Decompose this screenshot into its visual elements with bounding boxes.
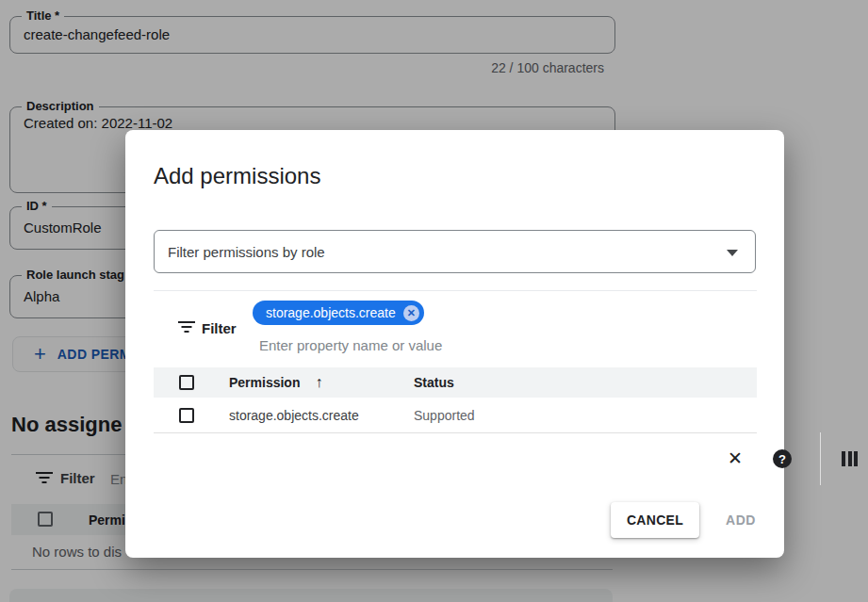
modal-filter-input[interactable]: Enter property name or value bbox=[259, 337, 442, 353]
table-row[interactable]: storage.objects.create Supported bbox=[154, 398, 757, 433]
row-checkbox[interactable] bbox=[179, 408, 194, 423]
page: Title * create-changefeed-role 22 / 100 … bbox=[0, 0, 868, 602]
row-status: Supported bbox=[414, 408, 757, 423]
sort-ascending-icon: ↑ bbox=[315, 374, 322, 391]
modal-filter-label: Filter bbox=[202, 320, 237, 336]
chevron-down-icon bbox=[727, 250, 738, 256]
column-display-options-icon[interactable] bbox=[842, 451, 858, 466]
permission-column-header[interactable]: Permission ↑ bbox=[229, 374, 414, 391]
row-permission: storage.objects.create bbox=[229, 408, 414, 423]
permissions-table-header: Permission ↑ Status bbox=[154, 367, 757, 398]
filter-icon bbox=[178, 321, 195, 334]
add-button[interactable]: ADD bbox=[708, 502, 774, 538]
filter-chip-label: storage.objects.create bbox=[266, 305, 396, 320]
chip-remove-icon[interactable]: ✕ bbox=[403, 305, 419, 321]
add-permissions-dialog: Add permissions Filter permissions by ro… bbox=[125, 130, 784, 558]
cancel-button[interactable]: CANCEL bbox=[611, 502, 699, 538]
clear-filters-icon[interactable]: ✕ bbox=[725, 447, 745, 468]
permission-column-label: Permission bbox=[229, 375, 300, 390]
filter-permissions-by-role-select[interactable]: Filter permissions by role bbox=[154, 230, 756, 273]
divider bbox=[154, 290, 757, 291]
role-select-value: Filter permissions by role bbox=[168, 244, 325, 260]
select-all-checkbox[interactable] bbox=[179, 375, 194, 390]
filter-chip[interactable]: storage.objects.create ✕ bbox=[253, 301, 424, 325]
help-icon[interactable]: ? bbox=[773, 449, 792, 468]
divider bbox=[820, 432, 821, 485]
status-column-header[interactable]: Status bbox=[414, 375, 757, 390]
dialog-title: Add permissions bbox=[154, 163, 320, 189]
